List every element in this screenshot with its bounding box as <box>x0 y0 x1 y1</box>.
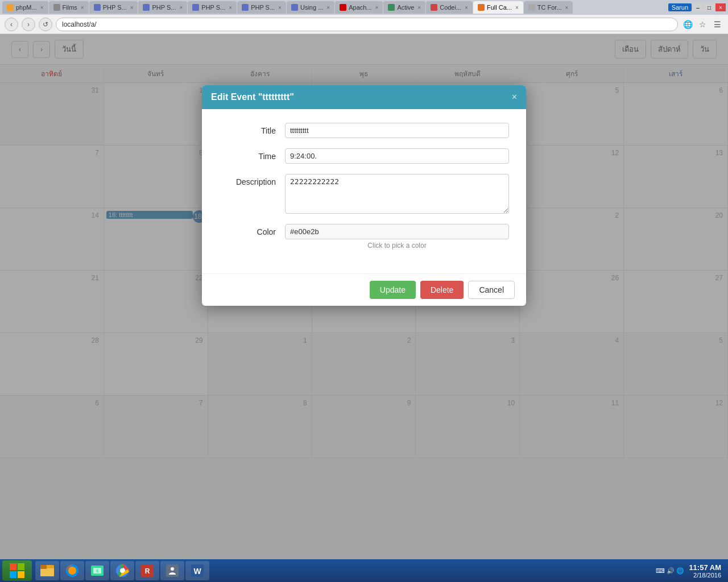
taskbar-app5[interactable]: R <box>135 561 159 580</box>
tray-clock: 11:57 AM 2/18/2016 <box>689 563 721 579</box>
time-label: Time <box>219 148 276 161</box>
forward-button[interactable]: › <box>22 18 35 31</box>
tab-icon-phpmyadmin <box>7 4 14 11</box>
tab-label-fullcal: Full Ca... <box>487 4 512 11</box>
update-button[interactable]: Update <box>370 281 416 299</box>
description-textarea[interactable]: 22222222222 <box>285 174 509 214</box>
svg-rect-3 <box>18 571 24 578</box>
tab-close-tcfor[interactable]: × <box>565 5 569 11</box>
tab-close-codein[interactable]: × <box>465 5 468 11</box>
tab-icon-fullcal <box>478 4 485 11</box>
close-window-button[interactable]: × <box>715 3 726 11</box>
delete-button[interactable]: Delete <box>420 281 464 299</box>
tab-icon-php4 <box>242 4 249 11</box>
description-label: Description <box>219 174 276 186</box>
color-label: Color <box>219 224 276 236</box>
tray-date: 2/18/2016 <box>689 572 721 579</box>
modal-footer: Update Delete Cancel <box>202 273 526 306</box>
modal-close-button[interactable]: × <box>512 92 517 102</box>
svg-point-8 <box>68 567 76 575</box>
taskbar-chrome[interactable] <box>110 561 134 580</box>
tab-icon-php2 <box>143 4 150 11</box>
color-hint[interactable]: Click to pick a color <box>285 242 509 250</box>
modal-title: Edit Event "ttttttttt" <box>211 92 294 102</box>
tab-tcfor[interactable]: TC For... × <box>524 1 573 14</box>
tab-icon-films <box>53 4 60 11</box>
tab-close-php3[interactable]: × <box>229 5 232 11</box>
svg-rect-0 <box>10 563 16 570</box>
svg-rect-1 <box>18 563 24 570</box>
menu-button[interactable]: ☰ <box>711 18 723 31</box>
browser-chrome: phpM... × Films × PHP S... × PHP S... × … <box>0 0 728 34</box>
modal-body: Title Time Description 22222222222 Color… <box>202 109 526 273</box>
svg-rect-6 <box>40 565 47 569</box>
start-button[interactable] <box>2 560 32 581</box>
svg-text:R: R <box>145 567 150 575</box>
taskbar-explorer[interactable] <box>35 561 59 580</box>
tab-close-apache[interactable]: × <box>375 5 379 11</box>
tab-phpmyadmin[interactable]: phpM... × <box>2 1 48 14</box>
tab-apache[interactable]: Apach... × <box>335 1 383 14</box>
taskbar: S R W ⌨ 🔊 🌐 <box>0 559 728 582</box>
tab-close-php4[interactable]: × <box>278 5 282 11</box>
tab-label-films: Films <box>63 4 77 11</box>
back-button[interactable]: ‹ <box>5 18 18 31</box>
app5-icon: R <box>139 563 155 579</box>
color-form-group: Color Click to pick a color <box>219 224 509 250</box>
tab-close-php1[interactable]: × <box>130 5 134 11</box>
tab-fullcal[interactable]: Full Ca... × <box>473 1 523 14</box>
tab-close-films[interactable]: × <box>81 5 84 11</box>
color-input[interactable] <box>285 224 509 239</box>
taskbar-firefox[interactable] <box>60 561 84 580</box>
svg-rect-2 <box>10 571 16 578</box>
tab-icon-codein <box>431 4 437 11</box>
cancel-button[interactable]: Cancel <box>468 281 515 299</box>
svg-text:W: W <box>193 567 201 576</box>
title-input[interactable] <box>285 123 509 138</box>
slides-icon: S <box>89 563 105 579</box>
taskbar-slides[interactable]: S <box>85 561 109 580</box>
tools-icon <box>164 563 180 579</box>
taskbar-word[interactable]: W <box>185 561 209 580</box>
tab-icon-apache <box>340 4 346 11</box>
tab-active[interactable]: Active × <box>383 1 425 14</box>
svg-text:S: S <box>96 569 99 573</box>
time-form-group: Time <box>219 148 509 164</box>
modal-header: Edit Event "ttttttttt" × <box>202 85 526 109</box>
chrome-icon <box>114 563 130 579</box>
tab-films[interactable]: Films × <box>49 1 89 14</box>
tab-php2[interactable]: PHP S... × <box>138 1 187 14</box>
star-button[interactable]: ☆ <box>696 18 709 31</box>
tab-icon-php1 <box>94 4 101 11</box>
window-controls: – □ × <box>693 3 726 11</box>
tab-close-php2[interactable]: × <box>179 5 183 11</box>
tab-close-active[interactable]: × <box>417 5 421 11</box>
tab-icon-php3 <box>192 4 199 11</box>
tab-close-phpmyadmin[interactable]: × <box>40 5 44 11</box>
tab-label-codein: Codei... <box>440 4 461 11</box>
tab-php4[interactable]: PHP S... × <box>237 1 286 14</box>
tab-label-active: Active <box>397 4 414 11</box>
url-bar[interactable] <box>56 18 678 31</box>
tab-close-fullcal[interactable]: × <box>515 5 519 11</box>
tab-label-phpmyadmin: phpM... <box>16 4 37 11</box>
tab-php1[interactable]: PHP S... × <box>89 1 138 14</box>
tab-icon-active <box>388 4 395 11</box>
taskbar-tools[interactable] <box>160 561 184 580</box>
maximize-button[interactable]: □ <box>704 3 714 11</box>
user-label: Sarun <box>668 3 692 11</box>
windows-logo-icon <box>9 563 25 579</box>
word-icon: W <box>189 563 205 579</box>
title-form-group: Title <box>219 123 509 138</box>
tab-close-using[interactable]: × <box>326 5 330 11</box>
minimize-button[interactable]: – <box>693 3 703 11</box>
tray-icons: ⌨ 🔊 🌐 <box>656 567 684 575</box>
tab-using[interactable]: Using ... × <box>287 1 334 14</box>
time-input[interactable] <box>285 148 509 164</box>
svg-point-15 <box>120 568 125 573</box>
reload-button[interactable]: ↺ <box>39 18 52 31</box>
translate-button[interactable]: 🌐 <box>681 18 694 31</box>
navigation-bar: ‹ › ↺ 🌐 ☆ ☰ <box>0 15 728 34</box>
tab-php3[interactable]: PHP S... × <box>188 1 237 14</box>
tab-codein[interactable]: Codei... × <box>426 1 473 14</box>
